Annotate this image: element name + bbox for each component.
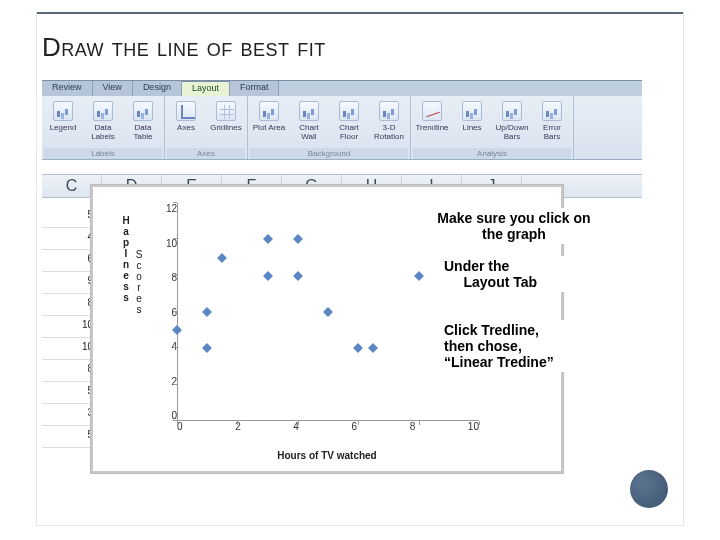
group-label: Background (250, 148, 408, 159)
slide-title: Draw the line of best fit (42, 32, 684, 63)
ribbon-btn-legend[interactable]: Legend (44, 98, 82, 135)
data-point (293, 234, 303, 244)
ribbon-group-labels: LegendData LabelsData TableLabels (42, 96, 165, 159)
ribbon-btn-3-d-rotation[interactable]: 3-D Rotation (370, 98, 408, 144)
data-point (414, 271, 424, 281)
ribbon-tabs: ReviewViewDesignLayoutFormat (42, 80, 642, 96)
lines-icon (462, 101, 482, 121)
data-point (217, 253, 227, 263)
ribbon-tab-view[interactable]: View (93, 81, 133, 96)
ribbon-tab-format[interactable]: Format (230, 81, 280, 96)
x-axis-label: Hours of TV watched (91, 450, 563, 461)
trendline-icon (422, 101, 442, 121)
y-axis-sub-label: S c o r e s (135, 249, 143, 315)
group-label: Analysis (413, 148, 571, 159)
decorative-circle-icon (630, 470, 668, 508)
ribbon-btn-trendline[interactable]: Trendline (413, 98, 451, 135)
data-point (263, 271, 273, 281)
3-d-rotation-icon (379, 101, 399, 121)
ribbon-btn-axes[interactable]: Axes (167, 98, 205, 135)
data-point (202, 343, 212, 353)
chart-wall-icon (299, 101, 319, 121)
ribbon: ReviewViewDesignLayoutFormat LegendData … (42, 80, 642, 160)
ribbon-tab-design[interactable]: Design (133, 81, 182, 96)
ribbon-body: LegendData LabelsData TableLabelsAxesGri… (42, 96, 642, 160)
ribbon-btn-up-down-bars[interactable]: Up/Down Bars (493, 98, 531, 144)
ribbon-group-analysis: TrendlineLinesUp/Down BarsError BarsAnal… (411, 96, 574, 159)
ribbon-btn-error-bars[interactable]: Error Bars (533, 98, 571, 144)
ribbon-btn-plot-area[interactable]: Plot Area (250, 98, 288, 135)
ribbon-btn-chart-wall[interactable]: Chart Wall (290, 98, 328, 144)
chart-floor-icon (339, 101, 359, 121)
error-bars-icon (542, 101, 562, 121)
x-axis-ticks: 0246810 (177, 421, 479, 437)
plot-area-icon (259, 101, 279, 121)
ribbon-group-background: Plot AreaChart WallChart Floor3-D Rotati… (248, 96, 411, 159)
group-label: Axes (167, 148, 245, 159)
ribbon-btn-lines[interactable]: Lines (453, 98, 491, 135)
data-point (202, 307, 212, 317)
callout-trendline: Click Tredline, then chose, “Linear Tred… (440, 320, 610, 372)
gridlines-icon (216, 101, 236, 121)
ribbon-btn-data-table[interactable]: Data Table (124, 98, 162, 144)
data-labels-icon (93, 101, 113, 121)
ribbon-btn-gridlines[interactable]: Gridlines (207, 98, 245, 135)
group-label: Labels (44, 148, 162, 159)
data-point (368, 343, 378, 353)
callout-layout-tab: Under the Layout Tab (440, 256, 600, 292)
data-point (353, 343, 363, 353)
data-point (323, 307, 333, 317)
y-axis-ticks: 121086420 (153, 203, 177, 421)
ribbon-btn-chart-floor[interactable]: Chart Floor (330, 98, 368, 144)
slide: Draw the line of best fit ReviewViewDesi… (0, 0, 720, 540)
data-table-icon (133, 101, 153, 121)
top-border (36, 12, 684, 14)
data-point (293, 271, 303, 281)
ribbon-btn-data-labels[interactable]: Data Labels (84, 98, 122, 144)
up-down-bars-icon (502, 101, 522, 121)
y-axis-label: H a p I n e s s (121, 215, 131, 303)
ribbon-tab-review[interactable]: Review (42, 81, 93, 96)
legend-icon (53, 101, 73, 121)
ribbon-group-axes: AxesGridlinesAxes (165, 96, 248, 159)
ribbon-tab-layout[interactable]: Layout (182, 81, 230, 96)
callout-click-graph: Make sure you click on the graph (424, 208, 604, 244)
data-point (263, 234, 273, 244)
y-axis-line (177, 203, 178, 421)
axes-icon (176, 101, 196, 121)
